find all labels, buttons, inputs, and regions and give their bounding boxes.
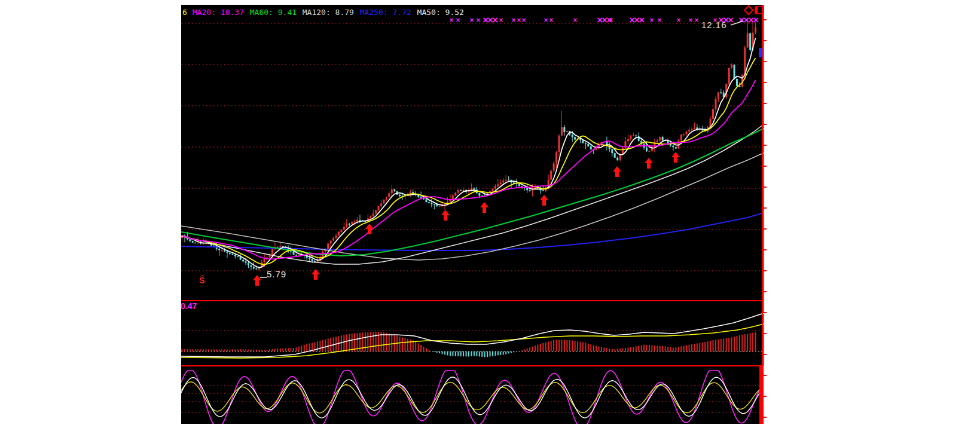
candle-body xyxy=(662,137,664,140)
candle-body xyxy=(550,171,552,180)
candle-body xyxy=(728,68,730,84)
x-signal-icon: × xyxy=(499,17,503,23)
candle-body xyxy=(635,136,637,136)
candle-body xyxy=(558,136,560,152)
candle-body xyxy=(428,202,430,203)
x-signal-icon-big: × xyxy=(727,15,734,25)
x-signal-icon: × xyxy=(657,17,662,23)
x-signal-icon: × xyxy=(649,17,654,23)
candle-body xyxy=(633,136,634,136)
candle-body xyxy=(720,92,722,93)
candle-body xyxy=(744,47,746,74)
candle-body xyxy=(290,252,292,252)
candle-body xyxy=(393,189,395,191)
candle-body xyxy=(279,246,281,247)
signal-x-markers: ×××××××××××××××××××××××××××××××××× xyxy=(449,15,759,25)
candle-body xyxy=(229,253,231,254)
candle-body xyxy=(346,224,347,227)
candle-body xyxy=(383,200,384,203)
candle-body xyxy=(691,129,692,130)
candle-body xyxy=(614,153,616,158)
candle-body xyxy=(454,193,456,195)
candle-body xyxy=(420,197,422,198)
candle-body xyxy=(731,65,732,68)
candle-body xyxy=(715,99,716,109)
candle-body xyxy=(399,195,401,197)
candle-body xyxy=(370,216,371,218)
candle-body xyxy=(574,137,576,139)
candle-body xyxy=(312,259,313,261)
ma-value-label: MA120: 8.79 xyxy=(303,8,354,17)
candle-body xyxy=(627,139,629,142)
candle-body xyxy=(439,206,441,206)
chart-background xyxy=(181,5,764,424)
x-signal-icon-big: × xyxy=(606,15,613,25)
candle-body xyxy=(224,250,225,251)
candle-body xyxy=(271,249,273,255)
x-signal-icon: × xyxy=(544,17,548,23)
candle-body xyxy=(747,33,749,48)
x-signal-icon: × xyxy=(676,17,681,23)
candle-body xyxy=(327,243,329,249)
candle-body xyxy=(373,213,374,216)
candle-body xyxy=(616,158,618,160)
ma-value-label: MA50: 9.52 xyxy=(417,8,464,17)
candle-body xyxy=(688,130,690,132)
candle-body xyxy=(250,265,252,267)
candle-body xyxy=(683,134,685,134)
candle-body xyxy=(500,182,502,184)
candle-body xyxy=(332,238,334,241)
candle-body xyxy=(529,190,531,191)
candle-body xyxy=(264,259,265,262)
candle-body xyxy=(502,181,504,182)
candle-body xyxy=(194,243,196,243)
x-signal-icon: × xyxy=(521,17,526,23)
candle-body xyxy=(518,184,520,186)
candle-body xyxy=(351,222,353,224)
candle-body xyxy=(555,152,557,163)
candle-body xyxy=(491,189,493,191)
ma-value-label: MA20: 10.37 xyxy=(193,8,244,17)
candle-body xyxy=(734,65,735,79)
candle-body xyxy=(494,186,496,189)
candle-body xyxy=(386,197,387,200)
candle-body xyxy=(192,241,194,243)
candle-body xyxy=(505,180,507,181)
candle-body xyxy=(218,249,220,250)
screenshot-page: ××××××××××××××××××××××××××××××××××6MA20:… xyxy=(0,0,980,428)
candle-body xyxy=(694,127,695,129)
x-signal-icon: × xyxy=(449,17,454,23)
candle-body xyxy=(452,195,454,199)
restore-window-icon-pane[interactable] xyxy=(755,7,758,14)
candle-body xyxy=(718,92,719,99)
chart-canvas[interactable]: ××××××××××××××××××××××××××××××××××6MA20:… xyxy=(181,5,771,424)
candle-body xyxy=(234,255,236,256)
candle-body xyxy=(553,163,555,170)
candle-body xyxy=(675,147,677,148)
candle-body xyxy=(508,180,509,181)
candle-body xyxy=(309,258,310,259)
candle-body xyxy=(563,127,565,132)
candle-body xyxy=(572,135,573,137)
candle-body xyxy=(497,184,499,186)
x-signal-icon: × xyxy=(456,17,460,23)
candle-body xyxy=(646,148,648,151)
candle-body xyxy=(248,263,249,265)
candle-body xyxy=(463,190,465,191)
candle-body xyxy=(189,239,191,241)
x-signal-icon: × xyxy=(573,17,578,23)
candle-body xyxy=(478,193,480,195)
ma-value-label: 6 xyxy=(182,8,187,17)
ma-value-label: MA250: 7.72 xyxy=(360,8,411,17)
candle-body xyxy=(237,256,239,257)
candle-body xyxy=(349,224,350,224)
candle-body xyxy=(231,254,233,255)
candle-body xyxy=(659,137,661,140)
x-signal-icon: × xyxy=(688,17,693,23)
x-signal-icon: × xyxy=(476,17,481,23)
candle-body xyxy=(221,250,223,250)
candle-body xyxy=(295,255,297,256)
stock-chart-window: ××××××××××××××××××××××××××××××××××6MA20:… xyxy=(181,5,771,424)
candle-body xyxy=(433,204,435,204)
candle-body xyxy=(630,136,631,139)
